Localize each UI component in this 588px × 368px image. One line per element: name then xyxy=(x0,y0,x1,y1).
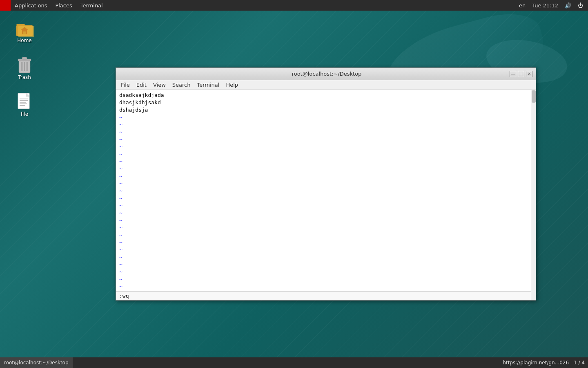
tilde-3: ~ xyxy=(119,128,528,136)
tilde-8: ~ xyxy=(119,165,528,173)
tilde-22: ~ xyxy=(119,268,528,276)
tilde-17: ~ xyxy=(119,231,528,239)
tilde-10: ~ xyxy=(119,180,528,187)
menu-search[interactable]: Search xyxy=(169,81,194,89)
top-panel: Applications Places Terminal en Tue 21:1… xyxy=(0,0,588,11)
file-icon[interactable]: file xyxy=(8,90,41,119)
window-controls: — □ ✕ xyxy=(510,71,532,77)
maximize-button[interactable]: □ xyxy=(518,71,524,77)
menu-edit[interactable]: Edit xyxy=(133,81,150,89)
tilde-2: ~ xyxy=(119,121,528,128)
applications-menu[interactable]: Applications xyxy=(11,0,51,11)
terminal-content[interactable]: dsadksajkdjada dhasjkdhjsakd dshajdsja ~… xyxy=(116,90,531,300)
home-folder-icon[interactable]: Home xyxy=(8,16,41,45)
places-menu[interactable]: Places xyxy=(51,0,76,11)
tilde-7: ~ xyxy=(119,158,528,165)
minimize-button[interactable]: — xyxy=(510,71,516,77)
menu-help[interactable]: Help xyxy=(223,81,241,89)
command-line: :wq xyxy=(116,291,531,300)
trash-label: Trash xyxy=(18,74,31,80)
terminal-line-2: dhasjkdhjsakd xyxy=(119,99,528,106)
tilde-6: ~ xyxy=(119,150,528,158)
volume-icon[interactable]: 🔊 xyxy=(563,2,573,9)
tilde-14: ~ xyxy=(119,209,528,217)
tilde-23: ~ xyxy=(119,276,528,283)
home-folder-label: Home xyxy=(17,38,31,43)
terminal-line-1: dsadksajkdjada xyxy=(119,92,528,99)
svg-rect-6 xyxy=(23,31,26,34)
taskbar-right: https://plagirn.net/gn...026 1 / 4 xyxy=(503,360,588,366)
redhat-logo-icon xyxy=(2,2,9,9)
home-folder-image xyxy=(15,18,34,38)
panel-right: en Tue 21:12 🔊 ⏻ xyxy=(517,2,588,9)
tilde-9: ~ xyxy=(119,173,528,180)
status-url: https://plagirn.net/gn...026 xyxy=(503,360,569,366)
trash-image xyxy=(15,55,34,74)
tilde-24: ~ xyxy=(119,283,528,290)
terminal-window: root@localhost:~/Desktop — □ ✕ File Edit… xyxy=(116,67,536,301)
tilde-20: ~ xyxy=(119,254,528,261)
redhat-icon[interactable] xyxy=(0,0,11,11)
file-label: file xyxy=(21,111,28,117)
tilde-16: ~ xyxy=(119,224,528,231)
tilde-4: ~ xyxy=(119,136,528,143)
taskbar-terminal-item[interactable]: root@localhost:~/Desktop xyxy=(0,357,73,368)
tilde-21: ~ xyxy=(119,261,528,268)
trash-icon[interactable]: Trash xyxy=(8,53,41,82)
menu-bar: File Edit View Search Terminal Help xyxy=(116,80,536,90)
tilde-11: ~ xyxy=(119,187,528,195)
menu-view[interactable]: View xyxy=(150,81,169,89)
svg-rect-14 xyxy=(22,57,27,59)
datetime-display: Tue 21:12 xyxy=(530,2,560,9)
position-indicator: 1 / 4 xyxy=(574,360,585,366)
desktop-icons-area: Home Trash xyxy=(8,16,41,119)
locale-indicator: en xyxy=(517,2,527,9)
terminal-line-3: dshajdsja xyxy=(119,106,528,114)
title-bar: root@localhost:~/Desktop — □ ✕ xyxy=(116,68,536,80)
menu-file[interactable]: File xyxy=(118,81,133,89)
tilde-18: ~ xyxy=(119,239,528,246)
terminal-menu[interactable]: Terminal xyxy=(76,0,107,11)
panel-left: Applications Places Terminal xyxy=(0,0,107,11)
tilde-1: ~ xyxy=(119,114,528,121)
terminal-scrollbar[interactable] xyxy=(531,90,536,300)
file-image xyxy=(15,92,34,111)
power-icon[interactable]: ⏻ xyxy=(576,2,585,9)
tilde-15: ~ xyxy=(119,217,528,224)
tilde-5: ~ xyxy=(119,143,528,150)
scrollbar-thumb xyxy=(532,90,536,103)
tilde-12: ~ xyxy=(119,195,528,202)
terminal-content-area: dsadksajkdjada dhasjkdhjsakd dshajdsja ~… xyxy=(116,90,536,300)
menu-terminal[interactable]: Terminal xyxy=(194,81,223,89)
tilde-13: ~ xyxy=(119,202,528,209)
bottom-panel: root@localhost:~/Desktop https://plagirn… xyxy=(0,357,588,368)
close-button[interactable]: ✕ xyxy=(526,71,532,77)
tilde-19: ~ xyxy=(119,246,528,254)
window-title: root@localhost:~/Desktop xyxy=(144,71,510,77)
